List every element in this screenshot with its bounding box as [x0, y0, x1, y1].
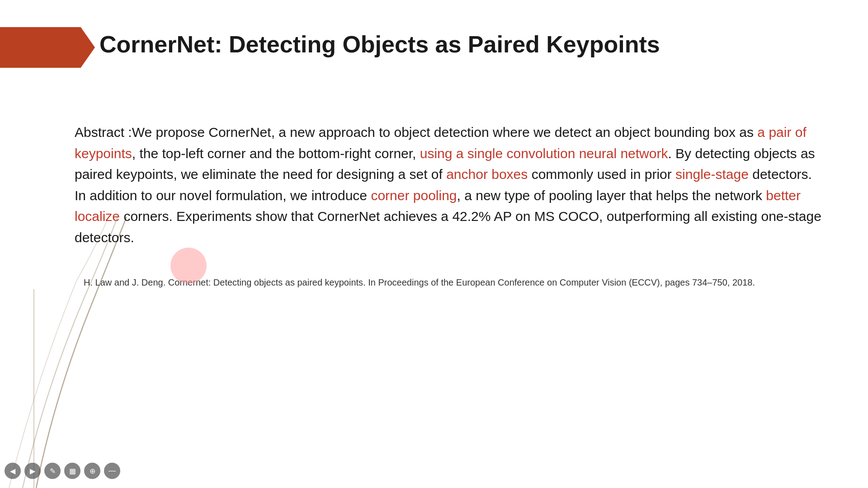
abstract-highlight2: using a single convolution neural networ… [420, 146, 668, 161]
abstract-highlight5: corner pooling [371, 188, 457, 203]
toolbar-menu-button[interactable]: ▦ [64, 463, 80, 479]
bottom-toolbar: ◀ ▶ ✎ ▦ ⊕ — [5, 463, 120, 479]
slide-title: CornerNet: Detecting Objects as Paired K… [99, 31, 660, 58]
toolbar-minus-button[interactable]: — [104, 463, 120, 479]
toolbar-pen-button[interactable]: ✎ [44, 463, 61, 479]
abstract-highlight3: anchor boxes [446, 167, 528, 182]
header-arrow-decoration [0, 27, 95, 68]
abstract-highlight4: single-stage [675, 167, 749, 182]
abstract-mid5: , a new type of pooling layer that helps… [457, 188, 766, 203]
abstract-mid3: commonly used in prior [528, 167, 675, 182]
abstract-mid1: , the top-left corner and the bottom-rig… [132, 146, 420, 161]
toolbar-back-button[interactable]: ◀ [5, 463, 21, 479]
decorative-lines [0, 217, 145, 488]
abstract-mid6: corners. Experiments show that CornerNet… [75, 209, 821, 245]
citation-content: H. Law and J. Deng. Cornernet: Detecting… [84, 277, 755, 287]
toolbar-zoom-button[interactable]: ⊕ [84, 463, 100, 479]
toolbar-play-button[interactable]: ▶ [24, 463, 41, 479]
citation-text: H. Law and J. Deng. Cornernet: Detecting… [84, 276, 823, 289]
abstract-text: Abstract :We propose CornerNet, a new ap… [75, 122, 823, 248]
abstract-prefix: Abstract :We propose CornerNet, a new ap… [75, 125, 757, 140]
